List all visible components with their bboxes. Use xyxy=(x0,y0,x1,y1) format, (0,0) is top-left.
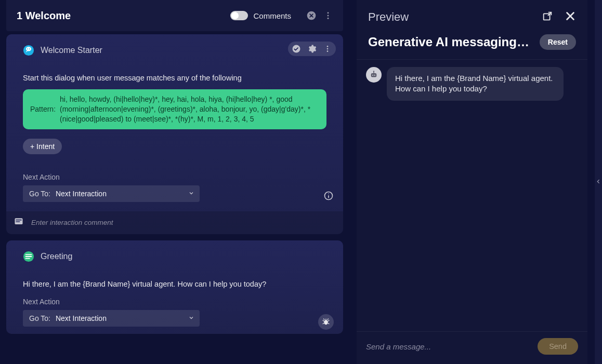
instruction-text: Start this dialog when user message matc… xyxy=(23,74,326,82)
close-icon[interactable] xyxy=(565,10,576,24)
svg-point-13 xyxy=(328,193,329,194)
side-drawer-sliver xyxy=(595,0,602,364)
svg-point-1 xyxy=(328,12,329,14)
next-action-label: Next Action xyxy=(23,298,326,306)
preview-panel: Preview Generative AI messaging… Reset H… xyxy=(357,0,587,364)
svg-point-6 xyxy=(327,48,329,50)
bot-message-row: Hi there, I am the {Brand Name} virtual … xyxy=(366,67,578,101)
comments-toggle-label: Comments xyxy=(253,11,291,20)
message-input[interactable] xyxy=(366,342,531,351)
comment-strip xyxy=(6,211,343,234)
svg-point-9 xyxy=(27,48,28,49)
svg-rect-18 xyxy=(371,73,377,77)
goto-prefix: Go To: xyxy=(29,314,50,322)
svg-point-5 xyxy=(327,46,329,47)
approve-icon[interactable] xyxy=(291,44,302,54)
interaction-comment-input[interactable] xyxy=(31,219,334,226)
card-title: Greeting xyxy=(41,252,72,261)
next-action-select[interactable]: Go To: Next Interaction xyxy=(23,310,200,327)
expand-icon[interactable] xyxy=(542,10,553,24)
goto-value: Next Interaction xyxy=(56,314,107,322)
next-action-select[interactable]: Go To: Next Interaction xyxy=(23,185,200,202)
add-intent-button[interactable]: + Intent xyxy=(23,139,62,154)
chat-area: Hi there, I am the {Brand Name} virtual … xyxy=(357,60,587,331)
info-icon[interactable] xyxy=(323,191,334,203)
preview-panel-title: Preview xyxy=(368,10,542,24)
debug-icon[interactable] xyxy=(318,314,334,330)
welcome-starter-card: Welcome Starter Start this dialog when u… xyxy=(6,34,343,234)
svg-point-20 xyxy=(374,75,375,76)
pattern-value: hi, hello, howdy, (hi|hello|hey)*, hey, … xyxy=(60,95,319,124)
greeting-card: Greeting Hi there, I am the {Brand Name}… xyxy=(6,240,343,334)
svg-rect-21 xyxy=(373,72,374,73)
chevron-down-icon xyxy=(188,190,194,198)
dialog-starter-icon xyxy=(23,45,34,56)
chevron-down-icon xyxy=(188,314,194,322)
card-more-icon[interactable] xyxy=(322,44,333,54)
preview-subtitle: Generative AI messaging… xyxy=(368,35,540,49)
svg-point-10 xyxy=(29,48,30,49)
greeting-icon xyxy=(23,251,34,262)
comments-toggle[interactable] xyxy=(230,11,248,20)
bot-message-bubble: Hi there, I am the {Brand Name} virtual … xyxy=(387,67,564,101)
reset-button[interactable]: Reset xyxy=(540,34,576,50)
send-button[interactable]: Send xyxy=(538,338,578,355)
svg-point-3 xyxy=(328,18,329,19)
bot-avatar-icon xyxy=(366,67,382,83)
svg-point-7 xyxy=(327,50,329,52)
comment-icon xyxy=(14,217,24,229)
close-circle-icon[interactable] xyxy=(306,10,317,21)
svg-point-2 xyxy=(328,15,329,17)
pattern-box[interactable]: Pattern: hi, hello, howdy, (hi|hello|hey… xyxy=(23,89,326,129)
svg-point-19 xyxy=(372,75,373,76)
chevron-left-icon[interactable] xyxy=(596,178,601,186)
svg-point-22 xyxy=(373,71,374,72)
card-title: Welcome Starter xyxy=(41,46,102,55)
goto-value: Next Interaction xyxy=(56,190,107,198)
goto-prefix: Go To: xyxy=(29,190,50,198)
gear-icon[interactable] xyxy=(307,44,317,54)
dialog-title: 1 Welcome xyxy=(17,10,230,22)
dialog-more-icon[interactable] xyxy=(322,10,334,21)
greeting-text: Hi there, I am the {Brand Name} virtual … xyxy=(23,280,326,288)
pattern-label: Pattern: xyxy=(30,104,56,114)
next-action-label: Next Action xyxy=(23,173,326,181)
card-toolbar xyxy=(288,42,336,56)
svg-point-16 xyxy=(324,320,328,325)
message-composer: Send xyxy=(357,331,587,364)
dialog-header: 1 Welcome Comments xyxy=(6,0,343,31)
